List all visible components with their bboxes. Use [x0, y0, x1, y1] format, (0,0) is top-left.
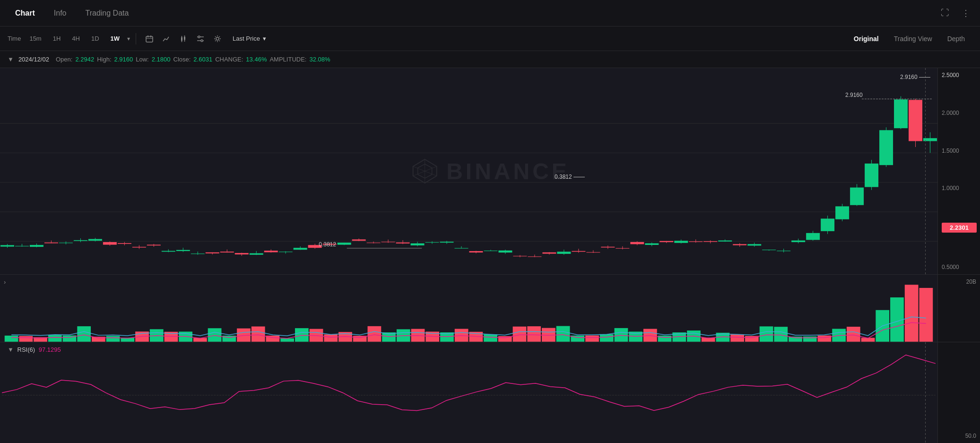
volume-level: 20B: [966, 278, 976, 285]
tab-info[interactable]: Info: [46, 5, 74, 21]
volume-price-axis: 20B: [937, 275, 980, 342]
svg-rect-157: [5, 336, 18, 342]
svg-rect-172: [222, 336, 236, 342]
tab-trading-data[interactable]: Trading Data: [78, 5, 136, 21]
svg-rect-40: [103, 242, 117, 245]
svg-rect-198: [600, 334, 614, 342]
svg-rect-209: [760, 327, 773, 342]
view-switcher: Original Trading View Depth: [846, 33, 972, 44]
svg-rect-26: [0, 245, 14, 246]
main-chart-panel[interactable]: BINANCE 2.91600.3812 2.9160 —— 0.3812 ——…: [0, 68, 980, 274]
svg-rect-205: [702, 338, 715, 342]
svg-rect-112: [630, 242, 644, 244]
svg-rect-208: [745, 336, 759, 342]
svg-rect-182: [368, 326, 382, 342]
svg-rect-142: [850, 188, 864, 205]
interval-1h[interactable]: 1H: [48, 33, 66, 44]
svg-rect-124: [718, 241, 732, 242]
price-level-5: 0.5000: [942, 264, 976, 270]
amplitude-label: AMPLITUDE:: [269, 56, 306, 63]
svg-rect-181: [353, 336, 367, 342]
svg-rect-190: [484, 334, 497, 342]
svg-rect-174: [252, 327, 265, 342]
svg-rect-72: [338, 243, 351, 245]
price-level-high: 2.5000: [942, 72, 976, 78]
svg-rect-44: [132, 247, 146, 247]
svg-rect-186: [425, 332, 439, 342]
svg-rect-201: [643, 329, 657, 342]
svg-rect-94: [498, 251, 512, 252]
candlestick-icon[interactable]: [176, 31, 191, 46]
interval-1w[interactable]: 1W: [106, 33, 125, 44]
svg-rect-158: [19, 336, 33, 342]
calendar-icon[interactable]: [142, 31, 157, 46]
expand-icon[interactable]: ⛶: [938, 7, 952, 20]
view-depth[interactable]: Depth: [940, 33, 972, 44]
low-label: Low:: [136, 56, 148, 63]
svg-rect-196: [571, 336, 584, 342]
svg-rect-134: [791, 241, 805, 243]
svg-rect-86: [440, 242, 454, 243]
interval-4h[interactable]: 4H: [67, 33, 85, 44]
settings-gear-icon[interactable]: [210, 31, 225, 46]
view-trading[interactable]: Trading View: [886, 33, 940, 44]
chart-toolbar: Time 15m 1H 4H 1D 1W ▾ Last Price ▾ Orig…: [0, 26, 980, 51]
svg-rect-52: [191, 253, 205, 254]
svg-rect-54: [206, 252, 219, 253]
more-icon[interactable]: ⋮: [959, 7, 972, 20]
svg-rect-173: [237, 329, 251, 342]
svg-rect-30: [30, 245, 43, 247]
svg-rect-168: [165, 332, 178, 342]
svg-rect-206: [716, 333, 730, 342]
volume-panel: › 20B: [0, 274, 980, 342]
svg-point-11: [198, 36, 200, 38]
svg-rect-148: [894, 99, 908, 128]
svg-rect-162: [77, 326, 91, 342]
interval-dropdown-arrow[interactable]: ▾: [127, 35, 130, 42]
svg-rect-178: [310, 329, 323, 342]
last-price-button[interactable]: Last Price ▾: [227, 33, 272, 44]
svg-point-13: [201, 40, 203, 42]
rsi-panel: ▼ RSI(6) 97.1295 50.0: [0, 342, 980, 443]
svg-rect-138: [821, 218, 834, 231]
amplitude-value: 32.08%: [309, 56, 330, 63]
time-label: Time: [8, 35, 21, 42]
svg-rect-193: [527, 326, 541, 342]
svg-rect-188: [455, 329, 468, 342]
rsi-price-axis: 50.0: [937, 342, 980, 443]
nav-right-icons: ⛶ ⋮: [938, 7, 972, 20]
svg-rect-200: [629, 332, 642, 342]
adjust-icon[interactable]: [193, 31, 208, 46]
svg-rect-202: [658, 336, 672, 342]
svg-rect-7: [184, 37, 185, 40]
line-chart-icon[interactable]: [159, 31, 174, 46]
svg-rect-0: [146, 36, 153, 42]
svg-rect-118: [674, 241, 688, 243]
rsi-name: RSI(6): [17, 346, 35, 353]
svg-rect-169: [179, 332, 192, 342]
volume-panel-toggle[interactable]: ›: [4, 278, 6, 286]
svg-rect-102: [557, 252, 571, 254]
svg-rect-185: [411, 329, 425, 342]
svg-rect-184: [397, 330, 410, 342]
svg-rect-50: [176, 250, 190, 251]
tab-chart[interactable]: Chart: [8, 5, 43, 21]
interval-1d[interactable]: 1D: [87, 33, 104, 44]
svg-rect-189: [469, 332, 483, 342]
rsi-svg: [0, 342, 937, 443]
price-level-2: 2.0000: [942, 110, 976, 116]
svg-rect-132: [777, 251, 790, 251]
svg-text:0.3812: 0.3812: [319, 241, 336, 248]
svg-rect-164: [106, 336, 120, 342]
view-original[interactable]: Original: [846, 33, 886, 44]
current-price-badge: 2.2301: [942, 223, 977, 233]
last-price-label: Last Price: [233, 35, 260, 42]
ohlc-arrow: ▼: [8, 56, 14, 63]
svg-rect-175: [266, 336, 280, 342]
svg-rect-60: [250, 253, 263, 255]
svg-rect-187: [440, 332, 454, 342]
svg-rect-194: [542, 328, 555, 342]
change-label: CHANGE:: [215, 56, 243, 63]
rsi-value: 97.1295: [39, 346, 61, 353]
interval-15m[interactable]: 15m: [25, 33, 46, 44]
